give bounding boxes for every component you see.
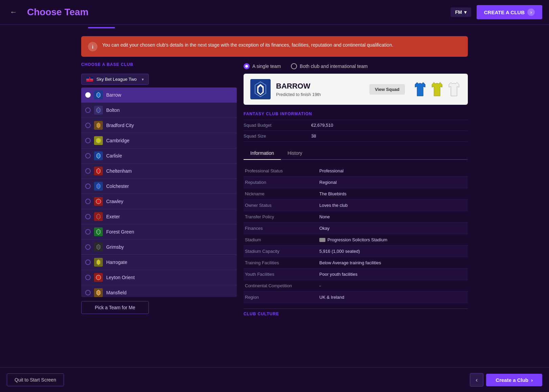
both-team-radio[interactable]: [291, 63, 297, 69]
detail-row-stadium: Stadium Progression Solicitors Stadium: [244, 234, 468, 246]
right-panel: BARROW Predicted to finish 19th View Squ…: [237, 74, 468, 316]
squad-budget-key: Squad Budget: [244, 123, 311, 128]
carlisle-name: Carlisle: [106, 153, 122, 158]
both-team-option[interactable]: Both club and international team: [291, 63, 368, 69]
fantasy-club-label: FANTASY CLUB INFORMATION: [244, 110, 468, 116]
pick-team-button[interactable]: Pick a Team for Me: [81, 301, 149, 314]
club-culture-label: CLUB CULTURE: [244, 309, 468, 316]
create-club-next-button[interactable]: Create a Club ›: [486, 374, 542, 386]
view-squad-button[interactable]: View Squad: [369, 84, 405, 95]
selected-club-name: BARROW: [276, 82, 364, 91]
crawley-radio[interactable]: [85, 199, 91, 204]
owner-status-key: Owner Status: [245, 203, 319, 208]
svg-point-0: [96, 138, 101, 143]
bolton-crest: [94, 106, 103, 115]
fm-menu[interactable]: FM ▾: [451, 7, 471, 17]
create-club-button[interactable]: CREATE A CLUB ›: [477, 5, 542, 19]
bradford-radio[interactable]: [85, 123, 91, 128]
forest-green-crest: [94, 227, 103, 236]
bolton-name: Bolton: [106, 107, 120, 113]
stadium-icon: [319, 238, 325, 242]
exeter-crest: [94, 212, 103, 221]
quit-button[interactable]: Quit to Start Screen: [7, 373, 64, 386]
progress-indicator: [88, 27, 115, 28]
cheltenham-radio[interactable]: [85, 168, 91, 174]
harrogate-name: Harrogate: [106, 260, 127, 265]
kit-images: [413, 80, 461, 98]
bottom-right-actions: ‹ Create a Club ›: [470, 373, 542, 387]
stadium-capacity-val: 5,916 (1,000 seated): [319, 249, 360, 254]
club-logo: [250, 79, 271, 99]
detail-row-nickname: Nickname The Bluebirds: [244, 188, 468, 200]
squad-size-row: Squad Size 38: [244, 131, 468, 142]
dropdown-arrow-icon: ▾: [142, 77, 144, 82]
training-facilities-val: Below Average training facilities: [319, 260, 381, 265]
predicted-finish: Predicted to finish 19th: [276, 92, 364, 97]
grimsby-radio[interactable]: [85, 244, 91, 250]
svg-point-1: [96, 199, 101, 204]
stadium-key: Stadium: [245, 237, 319, 242]
team-item-cheltenham[interactable]: Cheltenham: [81, 164, 237, 179]
fm-label: FM: [455, 9, 462, 15]
detail-row-owner-status: Owner Status Loves the club: [244, 200, 468, 211]
leyton-orient-name: Leyton Orient: [106, 275, 135, 280]
cheltenham-name: Cheltenham: [106, 168, 132, 174]
cheltenham-crest: [94, 167, 103, 175]
harrogate-crest: [94, 258, 103, 267]
barrow-name: Barrow: [106, 92, 121, 98]
info-banner: i You can edit your chosen club's detail…: [81, 36, 468, 57]
team-item-crawley[interactable]: Crawley: [81, 194, 237, 209]
carlisle-radio[interactable]: [85, 153, 91, 158]
grimsby-crest: [94, 243, 103, 251]
team-item-bradford-city[interactable]: Bradford City: [81, 118, 237, 133]
team-item-grimsby[interactable]: Grimsby: [81, 240, 237, 255]
training-facilities-key: Training Facilities: [245, 260, 319, 265]
info-icon: i: [88, 42, 97, 51]
mansfield-radio[interactable]: [85, 290, 91, 295]
mansfield-name: Mansfield: [106, 290, 127, 295]
single-team-option[interactable]: A single team: [244, 63, 281, 69]
finances-key: Finances: [245, 226, 319, 231]
team-item-bolton[interactable]: Bolton: [81, 103, 237, 118]
team-item-mansfield[interactable]: Mansfield: [81, 285, 237, 297]
cambridge-name: Cambridge: [106, 138, 129, 143]
team-item-colchester[interactable]: Colchester: [81, 179, 237, 194]
create-club-label: CREATE A CLUB: [484, 9, 525, 15]
forest-green-radio[interactable]: [85, 229, 91, 235]
reputation-key: Reputation: [245, 180, 319, 185]
exeter-radio[interactable]: [85, 214, 91, 219]
single-team-radio[interactable]: [244, 63, 250, 69]
harrogate-radio[interactable]: [85, 260, 91, 265]
colchester-radio[interactable]: [85, 183, 91, 189]
bolton-radio[interactable]: [85, 107, 91, 113]
cambridge-radio[interactable]: [85, 138, 91, 143]
team-item-carlisle[interactable]: Carlisle: [81, 148, 237, 164]
header-actions: FM ▾ CREATE A CLUB ›: [451, 5, 543, 19]
both-team-label: Both club and international team: [300, 64, 368, 69]
reputation-val: Regional: [319, 180, 337, 185]
barrow-radio[interactable]: [85, 92, 91, 98]
back-button[interactable]: ←: [7, 5, 20, 19]
team-item-exeter[interactable]: Exeter: [81, 209, 237, 224]
team-item-cambridge[interactable]: Cambridge: [81, 133, 237, 148]
league-dropdown[interactable]: Sky Bet League Two ▾: [81, 74, 149, 85]
professional-status-val: Professional: [319, 168, 344, 173]
prev-nav-button[interactable]: ‹: [470, 373, 483, 387]
detail-row-professional-status: Professional Status Professional: [244, 165, 468, 177]
detail-row-continental: Continental Competition -: [244, 280, 468, 292]
team-item-barrow[interactable]: Barrow: [81, 88, 237, 103]
squad-budget-row: Squad Budget €2,679,510: [244, 120, 468, 131]
header: ← Choose Team FM ▾ CREATE A CLUB ›: [0, 0, 549, 25]
choose-base-club-label: CHOOSE A BASE CLUB: [81, 62, 237, 67]
team-list: Barrow Bolton Bradford City: [81, 88, 237, 297]
tab-history[interactable]: History: [281, 147, 309, 160]
team-item-forest-green[interactable]: Forest Green: [81, 224, 237, 240]
stadium-val: Progression Solicitors Stadium: [319, 237, 387, 242]
tab-information[interactable]: Information: [244, 147, 281, 160]
colchester-crest: [94, 182, 103, 191]
team-item-harrogate[interactable]: Harrogate: [81, 255, 237, 270]
detail-row-stadium-capacity: Stadium Capacity 5,916 (1,000 seated): [244, 246, 468, 257]
team-item-leyton-orient[interactable]: Leyton Orient: [81, 270, 237, 285]
crawley-crest: [94, 197, 103, 206]
leyton-orient-radio[interactable]: [85, 275, 91, 280]
